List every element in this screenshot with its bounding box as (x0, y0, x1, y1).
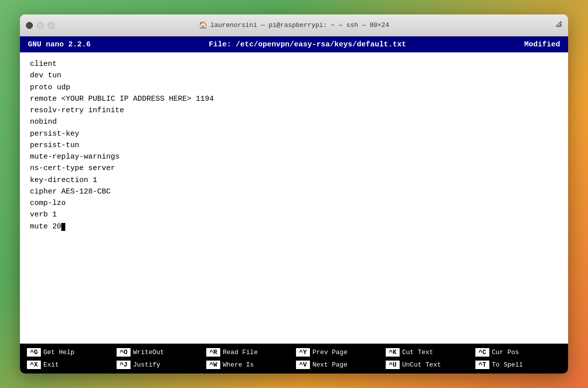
traffic-lights (26, 22, 55, 29)
title-text: laurenorsini — pi@raspberrypi: ~ — ssh —… (210, 21, 389, 29)
shortcut-get-help[interactable]: ^G Get Help (25, 347, 115, 358)
window-title: 🏠 laurenorsini — pi@raspberrypi: ~ — ssh… (199, 21, 389, 29)
editor-line: mute 20 (30, 221, 558, 232)
editor-line: ns-cert-type server (30, 163, 558, 174)
shortcut-key: ^X (27, 361, 41, 369)
shortcut-prev-page[interactable]: ^Y Prev Page (294, 347, 384, 358)
nano-file-path: File: /etc/openvpn/easy-rsa/keys/default… (209, 40, 406, 49)
minimize-button[interactable] (37, 22, 44, 29)
shortcut-uncut-text[interactable]: ^U UnCut Text (384, 359, 473, 371)
title-bar: 🏠 laurenorsini — pi@raspberrypi: ~ — ssh… (20, 14, 568, 36)
resize-icon (555, 20, 562, 30)
shortcut-to-spell[interactable]: ^T To Spell (473, 359, 563, 371)
shortcut-cur-pos[interactable]: ^C Cur Pos (473, 347, 563, 358)
shortcut-key: ^V (296, 361, 310, 369)
shortcut-label: Read File (223, 349, 258, 356)
shortcut-read-file[interactable]: ^R Read File (204, 347, 294, 358)
shortcut-label: Where Is (223, 361, 254, 369)
shortcut-label: UnCut Text (402, 361, 441, 369)
shortcut-label: Prev Page (312, 349, 347, 356)
editor-area[interactable]: client dev tun proto udp remote <YOUR PU… (20, 52, 568, 344)
editor-line: dev tun (30, 70, 558, 81)
nano-modified-status: Modified (524, 40, 560, 49)
nano-footer: ^G Get Help ^O WriteOut ^R Read File ^Y … (20, 344, 568, 374)
shortcut-key: ^C (475, 348, 489, 357)
shortcut-key: ^W (206, 361, 220, 369)
text-cursor (61, 223, 65, 231)
editor-line: cipher AES-128-CBC (30, 186, 558, 197)
close-button[interactable] (26, 22, 33, 29)
shortcut-key: ^J (117, 361, 131, 369)
nano-header: GNU nano 2.2.6 File: /etc/openvpn/easy-r… (20, 36, 568, 52)
shortcut-label: Exit (43, 361, 59, 369)
shortcut-writeout[interactable]: ^O WriteOut (115, 347, 204, 358)
shortcut-key: ^R (206, 348, 220, 357)
editor-line: remote <YOUR PUBLIC IP ADDRESS HERE> 119… (30, 93, 558, 105)
shortcut-label: To Spell (492, 361, 523, 369)
shortcut-key: ^Y (296, 348, 310, 357)
shortcut-next-page[interactable]: ^V Next Page (294, 359, 384, 371)
editor-line: proto udp (30, 82, 558, 93)
shortcut-label: Get Help (43, 349, 74, 356)
editor-line: verb 1 (30, 209, 558, 220)
editor-line: resolv-retry infinite (30, 105, 558, 116)
shortcut-label: Justify (133, 361, 160, 369)
editor-line: nobind (30, 116, 558, 128)
editor-line: mute-replay-warnings (30, 151, 558, 163)
editor-line: persist-key (30, 128, 558, 140)
shortcut-label: Next Page (312, 361, 347, 369)
shortcut-cut-text[interactable]: ^K Cut Text (384, 347, 473, 358)
shortcut-label: WriteOut (133, 349, 164, 356)
shortcut-key: ^O (117, 348, 131, 357)
shortcut-justify[interactable]: ^J Justify (115, 359, 204, 371)
editor-line: persist-tun (30, 140, 558, 151)
shortcut-key: ^G (27, 348, 41, 357)
shortcut-key: ^U (386, 361, 400, 369)
editor-line: key-direction 1 (30, 175, 558, 186)
editor-line: comp-lzo (30, 197, 558, 209)
editor-line: client (30, 58, 558, 70)
maximize-button[interactable] (48, 22, 55, 29)
shortcut-label: Cur Pos (492, 349, 519, 356)
home-icon: 🏠 (199, 21, 207, 29)
shortcut-key: ^K (386, 348, 400, 357)
shortcut-label: Cut Text (402, 349, 433, 356)
terminal-window: 🏠 laurenorsini — pi@raspberrypi: ~ — ssh… (20, 14, 568, 374)
nano-version: GNU nano 2.2.6 (28, 40, 91, 49)
shortcut-key: ^T (475, 361, 489, 369)
shortcut-where-is[interactable]: ^W Where Is (204, 359, 294, 371)
shortcut-exit[interactable]: ^X Exit (25, 359, 115, 371)
